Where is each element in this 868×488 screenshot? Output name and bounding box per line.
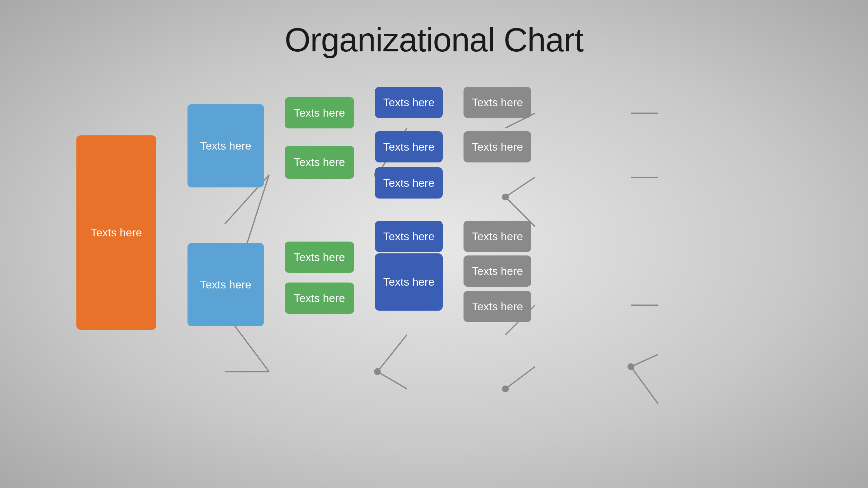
blue5-node[interactable]: Texts here — [375, 253, 443, 311]
svg-line-7 — [377, 372, 407, 389]
root-node[interactable]: Texts here — [76, 135, 156, 330]
chart-area: line { stroke: #888; stroke-width: 2.5; … — [56, 76, 812, 460]
green4-label: Texts here — [294, 292, 345, 305]
gray1-label: Texts here — [472, 96, 523, 109]
gray5-label: Texts here — [472, 300, 523, 313]
svg-line-19 — [631, 354, 658, 367]
blue3-label: Texts here — [383, 177, 435, 190]
gray3-node[interactable]: Texts here — [464, 221, 531, 252]
svg-point-15 — [502, 385, 509, 392]
page-title: Organizational Chart — [0, 0, 868, 59]
gray2-node[interactable]: Texts here — [464, 131, 531, 162]
green3-label: Texts here — [294, 251, 345, 264]
svg-point-18 — [627, 363, 634, 370]
green2-label: Texts here — [294, 156, 345, 169]
root-label: Texts here — [91, 226, 142, 239]
branch2-label: Texts here — [200, 278, 251, 291]
blue4-node[interactable]: Texts here — [375, 221, 443, 252]
svg-line-20 — [631, 367, 658, 404]
blue2-label: Texts here — [383, 141, 435, 153]
green3-node[interactable]: Texts here — [285, 242, 354, 273]
gray4-label: Texts here — [472, 265, 523, 278]
green1-node[interactable]: Texts here — [285, 97, 354, 128]
blue4-label: Texts here — [383, 230, 435, 243]
branch2-node[interactable]: Texts here — [187, 243, 264, 326]
gray4-node[interactable]: Texts here — [464, 255, 531, 287]
branch1-node[interactable]: Texts here — [187, 104, 264, 187]
svg-point-3 — [374, 368, 381, 375]
blue5-label: Texts here — [383, 276, 435, 288]
gray1-node[interactable]: Texts here — [464, 87, 531, 118]
green2-node[interactable]: Texts here — [285, 146, 354, 179]
gray2-label: Texts here — [472, 141, 523, 153]
svg-line-6 — [377, 335, 407, 371]
branch1-label: Texts here — [200, 140, 251, 152]
gray3-label: Texts here — [472, 230, 523, 243]
svg-point-9 — [502, 193, 509, 200]
blue1-label: Texts here — [383, 96, 435, 109]
blue3-node[interactable]: Texts here — [375, 167, 443, 199]
svg-line-10 — [506, 177, 535, 197]
green4-node[interactable]: Texts here — [285, 283, 354, 314]
blue1-node[interactable]: Texts here — [375, 87, 443, 118]
svg-line-16 — [506, 367, 535, 389]
blue2-node[interactable]: Texts here — [375, 131, 443, 162]
green1-label: Texts here — [294, 107, 345, 119]
gray5-node[interactable]: Texts here — [464, 291, 531, 322]
